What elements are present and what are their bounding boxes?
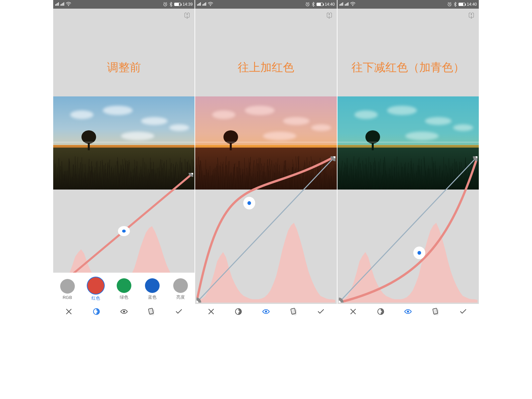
- visibility-button[interactable]: [119, 307, 129, 317]
- curve-editor[interactable]: [337, 146, 479, 319]
- alarm-icon: [447, 2, 452, 7]
- signal-icon: [339, 2, 343, 7]
- panel-2: 14:40 〔¦〕 往下减红色（加青色）: [337, 0, 479, 319]
- svg-point-6: [95, 311, 97, 313]
- channel-rgb[interactable]: RGB: [58, 279, 77, 300]
- status-bar: 14:40: [195, 0, 336, 9]
- alarm-icon: [305, 2, 310, 7]
- style-button[interactable]: [91, 307, 101, 317]
- close-button[interactable]: [206, 307, 216, 317]
- tone-curve[interactable]: [55, 173, 193, 289]
- alarm-icon: [163, 2, 168, 7]
- curve-control-point[interactable]: [120, 228, 128, 234]
- style-button[interactable]: [376, 307, 386, 317]
- panel-1: 14:40 〔¦〕 往上加红色: [195, 0, 336, 319]
- channel-label: 红色: [91, 295, 100, 301]
- status-time: 14:39: [183, 2, 193, 7]
- close-button[interactable]: [64, 307, 74, 317]
- svg-point-17: [237, 311, 239, 313]
- bluetooth-icon: [169, 2, 173, 7]
- confirm-button[interactable]: [458, 307, 468, 317]
- channel-red[interactable]: 红色: [86, 277, 106, 301]
- compare-icon[interactable]: 〔¦〕: [465, 11, 477, 19]
- panel-0: 14:39 〔¦〕 调整前 RGB 红色 绿色: [53, 0, 195, 319]
- channel-label: 蓝色: [148, 294, 157, 300]
- status-bar: 14:39: [53, 0, 195, 9]
- compare-icon[interactable]: 〔¦〕: [181, 11, 193, 19]
- bluetooth-icon: [312, 2, 315, 7]
- bluetooth-icon: [454, 2, 457, 7]
- channel-luma[interactable]: 亮度: [171, 278, 191, 300]
- curve-control-point[interactable]: [245, 199, 253, 207]
- svg-point-0: [68, 5, 69, 6]
- svg-point-7: [123, 311, 125, 313]
- svg-point-15: [332, 156, 335, 160]
- signal-icon: [202, 2, 206, 7]
- status-bar: 14:40: [337, 0, 479, 9]
- panel-caption: 往下减红色（加青色）: [337, 60, 479, 75]
- svg-rect-31: [434, 309, 439, 315]
- signal-icon: [197, 2, 201, 7]
- svg-point-14: [197, 299, 200, 303]
- style-button[interactable]: [233, 307, 243, 317]
- status-time: 14:40: [467, 2, 477, 7]
- svg-rect-20: [292, 309, 297, 315]
- wifi-icon: [350, 2, 355, 7]
- svg-point-28: [380, 311, 382, 313]
- svg-point-29: [407, 311, 409, 313]
- curve-editor[interactable]: [195, 146, 336, 319]
- close-button[interactable]: [348, 307, 358, 317]
- bottom-action-bar: [195, 304, 336, 319]
- channel-label: RGB: [63, 295, 72, 300]
- signal-icon: [55, 2, 59, 7]
- confirm-button[interactable]: [316, 307, 326, 317]
- filters-button[interactable]: [431, 307, 441, 317]
- bottom-action-bar: [53, 304, 195, 319]
- tone-curve[interactable]: [339, 156, 477, 303]
- channel-label: 绿色: [120, 294, 128, 300]
- filters-button[interactable]: [289, 307, 299, 317]
- wifi-icon: [66, 2, 71, 7]
- signal-icon: [61, 2, 64, 7]
- svg-line-24: [339, 156, 477, 303]
- svg-point-4: [190, 173, 193, 176]
- battery-icon: [317, 3, 323, 6]
- svg-rect-9: [150, 309, 154, 315]
- svg-point-10: [210, 5, 211, 6]
- status-time: 14:40: [325, 2, 335, 7]
- svg-point-26: [474, 156, 477, 160]
- visibility-button[interactable]: [261, 307, 271, 317]
- channel-blue[interactable]: 蓝色: [142, 278, 162, 300]
- battery-icon: [459, 3, 465, 6]
- filters-button[interactable]: [146, 307, 156, 317]
- channel-label: 亮度: [176, 294, 185, 300]
- svg-point-21: [352, 5, 353, 6]
- battery-icon: [174, 3, 181, 6]
- curve-editor[interactable]: RGB 红色 绿色 蓝色 亮度: [53, 190, 195, 319]
- confirm-button[interactable]: [174, 307, 184, 317]
- visibility-button[interactable]: [403, 307, 413, 317]
- channel-selector-row: RGB 红色 绿色 蓝色 亮度: [53, 273, 195, 304]
- panel-caption: 调整前: [53, 60, 195, 75]
- svg-point-25: [339, 299, 342, 303]
- channel-green[interactable]: 绿色: [114, 278, 134, 300]
- panel-caption: 往上加红色: [195, 60, 336, 75]
- bottom-action-bar: [337, 304, 479, 319]
- wifi-icon: [208, 2, 213, 7]
- curve-control-point[interactable]: [415, 249, 423, 257]
- signal-icon: [345, 2, 348, 7]
- tone-curve[interactable]: [197, 156, 335, 303]
- svg-point-18: [265, 311, 267, 313]
- compare-icon[interactable]: 〔¦〕: [323, 11, 335, 19]
